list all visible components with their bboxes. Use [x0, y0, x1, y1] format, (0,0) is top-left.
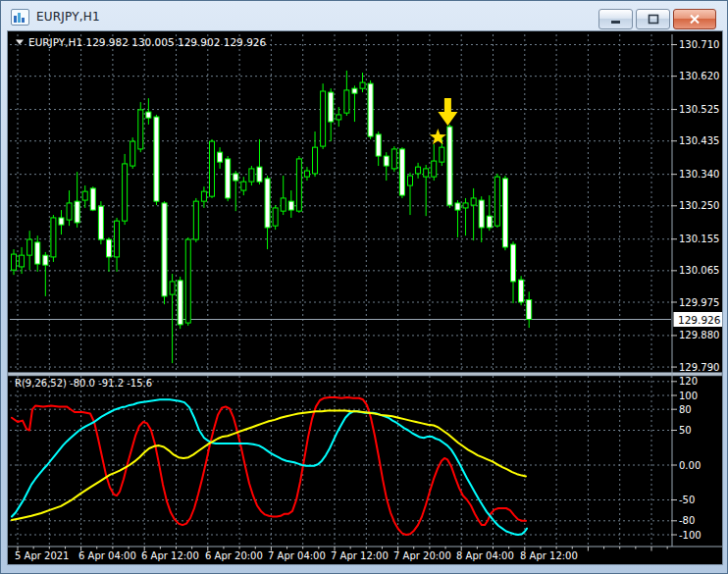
- bull-candle: [241, 182, 246, 190]
- bull-candle: [82, 191, 87, 200]
- time-tick-label: 8 Apr 12:00: [520, 550, 578, 561]
- oscillator-tick-label: 80: [679, 404, 692, 415]
- bear-candle: [35, 242, 40, 264]
- price-tick-label: 130.435: [679, 135, 719, 146]
- bull-candle: [440, 147, 444, 162]
- grid-lines: [10, 34, 671, 546]
- bull-candle: [424, 169, 429, 177]
- bear-candle: [146, 112, 151, 118]
- bull-candle: [408, 176, 413, 185]
- bull-candle: [432, 161, 437, 177]
- oscillator-tick-label: -80: [679, 515, 695, 526]
- sell-arrow-icon: [438, 98, 457, 126]
- oscillator-line-mid: [12, 399, 527, 535]
- oscillator-axis[interactable]: 12010080500.00-50-80-100: [671, 376, 702, 540]
- bull-candle: [130, 141, 135, 166]
- close-button[interactable]: [673, 9, 716, 29]
- indicator-label: R(9,26,52) -80.0 -91.2 -15.6: [15, 378, 152, 389]
- oscillator-tick-label: 50: [679, 425, 692, 436]
- time-tick-label: 6 Apr 04:00: [78, 550, 136, 561]
- chart-area: 130.710130.620130.525130.435130.340130.2…: [7, 30, 723, 565]
- bull-candle: [123, 164, 128, 221]
- bear-candle: [329, 92, 334, 122]
- price-tick-label: 129.790: [679, 362, 719, 373]
- oscillator-tick-label: 100: [679, 391, 698, 401]
- time-tick-label: 6 Apr 12:00: [141, 550, 199, 561]
- oscillator-tick-label: -50: [679, 495, 695, 505]
- bull-candle: [273, 208, 278, 226]
- oscillator-tick-label: -100: [679, 530, 702, 541]
- bear-candle: [226, 159, 231, 198]
- bull-candle: [138, 110, 143, 149]
- price-tick-label: 130.340: [679, 169, 719, 180]
- bull-candle: [337, 115, 341, 120]
- current-price-label: 129.926: [678, 314, 721, 326]
- bear-candle: [384, 156, 389, 166]
- signal-markers: [430, 98, 458, 144]
- bear-candle: [218, 152, 223, 162]
- oscillator-tick-label: 0.00: [679, 460, 701, 471]
- bull-candle: [67, 203, 72, 220]
- price-tick-label: 130.710: [679, 39, 719, 50]
- bull-candle: [20, 255, 25, 267]
- bear-candle: [527, 300, 532, 320]
- chart-canvas[interactable]: 130.710130.620130.525130.435130.340130.2…: [8, 31, 722, 564]
- bull-candle: [210, 141, 215, 196]
- bear-candle: [154, 117, 159, 201]
- collapse-triangle-icon[interactable]: [16, 40, 24, 45]
- bear-candle: [90, 188, 95, 210]
- window-controls: [598, 9, 716, 29]
- panel-splitter[interactable]: [8, 373, 722, 377]
- bear-candle: [257, 167, 262, 182]
- minimize-button[interactable]: [598, 9, 633, 29]
- bear-candle: [399, 149, 404, 195]
- bear-candle: [98, 206, 103, 239]
- price-tick-label: 130.525: [679, 104, 719, 115]
- window-title: EURJPY,H1: [36, 10, 100, 24]
- screenshot-root: { "window": { "title": "EURJPY,H1" }, "c…: [0, 0, 728, 574]
- time-tick-label: 5 Apr 2021: [15, 550, 69, 561]
- time-tick-label: 7 Apr 04:00: [268, 550, 326, 561]
- bull-candle: [185, 239, 190, 323]
- bull-candle: [313, 147, 318, 174]
- bull-candle: [416, 167, 421, 174]
- bull-candle: [304, 171, 309, 177]
- price-tick-label: 130.250: [679, 200, 719, 211]
- restore-button[interactable]: [636, 9, 670, 29]
- bear-candle: [234, 174, 238, 181]
- bull-candle: [296, 159, 301, 211]
- price-tick-label: 130.155: [679, 234, 719, 244]
- time-tick-label: 7 Apr 20:00: [393, 550, 451, 561]
- bull-candle: [471, 198, 476, 205]
- bull-candle: [360, 82, 365, 88]
- bear-candle: [75, 201, 79, 223]
- oscillator-line-fast: [12, 397, 526, 535]
- bear-candle: [288, 201, 293, 210]
- bull-candle: [201, 191, 206, 201]
- bear-candle: [265, 179, 270, 228]
- oscillator-lines: [12, 397, 527, 535]
- bear-candle: [487, 216, 492, 228]
- bear-candle: [447, 127, 452, 205]
- bear-candle: [479, 200, 484, 228]
- bull-candle: [281, 198, 286, 211]
- price-tick-label: 130.065: [679, 265, 719, 276]
- bull-candle: [27, 239, 32, 255]
- bear-candle: [106, 239, 111, 257]
- bull-candle: [170, 282, 175, 294]
- chart-window-icon: [11, 9, 29, 26]
- title-bar[interactable]: EURJPY,H1: [3, 3, 725, 30]
- minimize-icon: [610, 15, 622, 25]
- price-tick-label: 130.620: [679, 71, 719, 81]
- bull-candle: [321, 91, 326, 146]
- bull-candle: [12, 254, 17, 270]
- time-tick-label: 7 Apr 12:00: [331, 550, 389, 561]
- bear-candle: [178, 281, 182, 325]
- time-axis[interactable]: 5 Apr 20216 Apr 04:006 Apr 12:006 Apr 20…: [8, 547, 722, 561]
- bull-candle: [51, 218, 56, 257]
- bull-candle: [391, 149, 396, 169]
- bull-candle: [463, 203, 468, 208]
- oscillator-tick-label: 120: [679, 376, 698, 387]
- bear-candle: [376, 134, 381, 156]
- bear-candle: [455, 203, 460, 210]
